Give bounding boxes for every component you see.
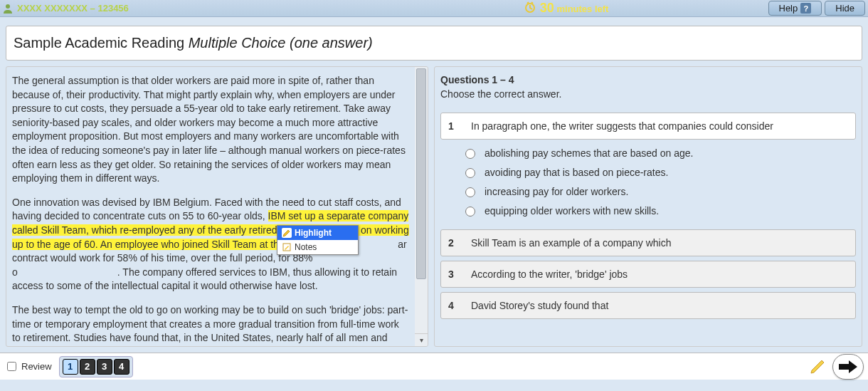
questions-instruction: Choose the correct answer. <box>440 88 856 100</box>
q1-opt-c-label: increasing pay for older workers. <box>485 186 628 197</box>
svg-point-0 <box>6 4 10 9</box>
question-2-number: 2 <box>448 237 461 249</box>
title-italic: Multiple Choice (one answer) <box>189 35 373 51</box>
question-2-text: Skill Team is an example of a company wh… <box>471 237 671 249</box>
question-1-number: 1 <box>448 120 461 132</box>
question-4-number: 4 <box>448 300 461 311</box>
main-area: The general assumption is that older wor… <box>0 61 868 353</box>
context-notes[interactable]: Notes <box>277 240 358 254</box>
q1-option-a[interactable]: abolishing pay schemes that are based on… <box>462 147 856 159</box>
q1-opt-a-label: abolishing pay schemes that are based on… <box>485 147 693 159</box>
scrollbar[interactable]: ▾ <box>415 67 428 346</box>
context-menu: Highlight Notes <box>277 225 359 255</box>
clock-icon <box>524 1 536 15</box>
scroll-thumb[interactable] <box>416 68 426 279</box>
page-title: Sample Academic Reading Multiple Choice … <box>6 26 862 61</box>
question-2[interactable]: 2 Skill Team is an example of a company … <box>440 229 856 256</box>
hide-button[interactable]: Hide <box>825 1 865 16</box>
hide-label: Hide <box>835 3 854 14</box>
q1-radio-d[interactable] <box>465 207 475 217</box>
timer-text: 30 minutes left <box>540 1 609 16</box>
q1-option-d[interactable]: equipping older workers with new skills. <box>462 204 856 217</box>
q1-opt-b-label: avoiding pay that is based on piece-rate… <box>485 167 668 178</box>
question-nav: 1 2 3 4 <box>59 356 133 377</box>
q1-option-b[interactable]: avoiding pay that is based on piece-rate… <box>462 166 856 178</box>
nav-3[interactable]: 3 <box>97 359 112 375</box>
user-label: XXXX XXXXXXX – 123456 <box>17 3 129 14</box>
top-bar: XXXX XXXXXXX – 123456 30 minutes left He… <box>0 0 868 17</box>
questions-heading: Questions 1 – 4 <box>440 74 856 85</box>
question-1[interactable]: 1 In paragraph one, the writer suggests … <box>440 113 856 140</box>
passage-p3: The best way to tempt the old to go on w… <box>12 303 409 346</box>
review-checkbox[interactable] <box>7 362 16 371</box>
questions-pane: Questions 1 – 4 Choose the correct answe… <box>434 66 862 347</box>
context-notes-label: Notes <box>295 242 317 252</box>
question-4[interactable]: 4 David Storey's study found that <box>440 292 856 319</box>
question-4-text: David Storey's study found that <box>471 300 608 311</box>
nav-2[interactable]: 2 <box>80 359 95 375</box>
q1-radio-c[interactable] <box>465 187 475 197</box>
review-label: Review <box>21 361 52 372</box>
question-3-number: 3 <box>448 269 461 280</box>
note-icon[interactable] <box>810 359 825 375</box>
passage-p1: The general assumption is that older wor… <box>12 74 409 186</box>
nav-1[interactable]: 1 <box>63 359 78 375</box>
passage-text[interactable]: The general assumption is that older wor… <box>6 67 415 346</box>
help-icon: ? <box>800 3 811 14</box>
bottom-bar: Review 1 2 3 4 <box>0 353 868 380</box>
user-icon <box>3 4 13 14</box>
question-1-text: In paragraph one, the writer suggests th… <box>471 120 773 132</box>
review-toggle[interactable]: Review <box>4 360 52 373</box>
q1-option-c[interactable]: increasing pay for older workers. <box>462 185 856 197</box>
context-highlight-label: Highlight <box>295 228 332 238</box>
nav-4[interactable]: 4 <box>114 359 129 375</box>
timer: 30 minutes left <box>524 1 609 16</box>
passage-pane: The general assumption is that older wor… <box>6 66 428 347</box>
passage-p2-post-b: . The company offered services to IBM, t… <box>12 266 397 292</box>
next-button[interactable] <box>832 354 864 380</box>
q1-opt-d-label: equipping older workers with new skills. <box>485 205 659 217</box>
context-highlight[interactable]: Highlight <box>277 226 358 240</box>
question-3[interactable]: 3 According to the writer, 'bridge' jobs <box>440 261 856 288</box>
q1-radio-a[interactable] <box>465 149 475 159</box>
question-3-text: According to the writer, 'bridge' jobs <box>471 269 628 280</box>
notes-icon <box>282 242 292 252</box>
help-button[interactable]: Help ? <box>768 1 822 16</box>
highlight-icon <box>282 228 292 238</box>
question-1-options: abolishing pay schemes that are based on… <box>462 147 856 217</box>
scroll-down-arrow[interactable]: ▾ <box>415 333 428 346</box>
title-plain: Sample Academic Reading <box>14 35 189 51</box>
help-label: Help <box>779 3 798 14</box>
q1-radio-b[interactable] <box>465 168 475 178</box>
